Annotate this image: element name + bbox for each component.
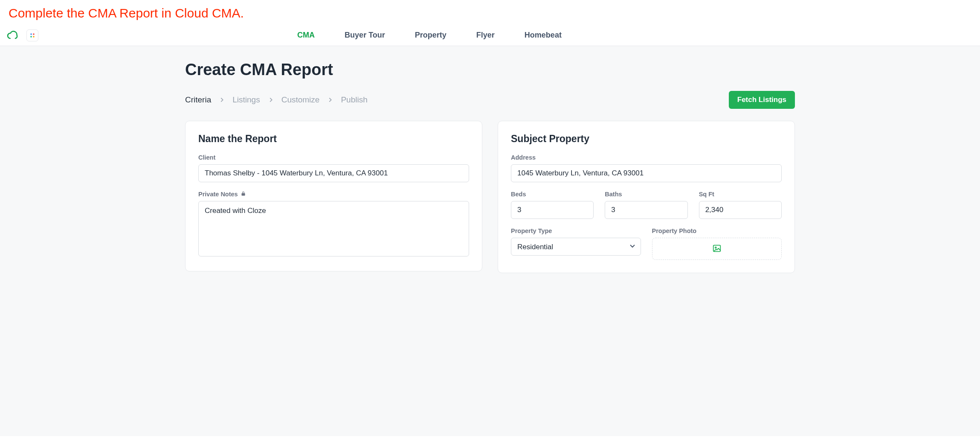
page-body: Create CMA Report Criteria Listings Cust… <box>0 46 980 436</box>
svg-point-5 <box>715 247 716 248</box>
client-label: Client <box>198 154 469 161</box>
cloud-logo[interactable] <box>6 29 19 42</box>
client-input[interactable] <box>198 164 469 182</box>
nav-item-cma[interactable]: CMA <box>297 28 315 42</box>
step-criteria[interactable]: Criteria <box>185 95 211 105</box>
nav-item-flyer[interactable]: Flyer <box>476 28 495 42</box>
sqft-label: Sq Ft <box>699 191 782 198</box>
chevron-right-icon <box>268 97 274 103</box>
property-type-label: Property Type <box>511 227 641 234</box>
baths-input[interactable] <box>605 201 687 219</box>
topbar: CMA Buyer Tour Property Flyer Homebeat <box>0 25 980 46</box>
step-customize[interactable]: Customize <box>281 95 320 105</box>
svg-point-2 <box>30 36 32 38</box>
chevron-right-icon <box>327 97 333 103</box>
page-title: Create CMA Report <box>185 61 795 79</box>
breadcrumb: Criteria Listings Customize Publish <box>185 95 368 105</box>
property-photo-label: Property Photo <box>652 227 782 234</box>
sqft-input[interactable] <box>699 201 782 219</box>
address-input[interactable] <box>511 164 782 182</box>
private-notes-label-text: Private Notes <box>198 191 238 198</box>
card-title-name: Name the Report <box>198 133 469 145</box>
card-title-subject: Subject Property <box>511 133 782 145</box>
image-icon <box>712 244 722 255</box>
property-type-select[interactable]: Residential <box>511 238 641 256</box>
instruction-banner: Complete the CMA Report in Cloud CMA. <box>0 0 980 25</box>
private-notes-label: Private Notes <box>198 191 469 198</box>
fetch-listings-button[interactable]: Fetch Listings <box>729 91 795 109</box>
chevron-right-icon <box>219 97 225 103</box>
private-notes-textarea[interactable] <box>198 201 469 256</box>
svg-point-0 <box>30 33 32 35</box>
name-report-card: Name the Report Client Private Notes <box>185 121 482 271</box>
nav-item-property[interactable]: Property <box>415 28 447 42</box>
subject-property-card: Subject Property Address Beds Baths Sq F… <box>498 121 795 273</box>
svg-point-3 <box>33 36 35 38</box>
svg-point-1 <box>33 33 35 35</box>
nav-item-homebeat[interactable]: Homebeat <box>525 28 562 42</box>
property-photo-dropzone[interactable] <box>652 238 782 260</box>
top-nav: CMA Buyer Tour Property Flyer Homebeat <box>38 28 821 42</box>
beds-input[interactable] <box>511 201 594 219</box>
step-publish[interactable]: Publish <box>341 95 367 105</box>
address-label: Address <box>511 154 782 161</box>
step-listings[interactable]: Listings <box>232 95 260 105</box>
apps-button[interactable] <box>26 29 38 41</box>
nav-item-buyer-tour[interactable]: Buyer Tour <box>345 28 385 42</box>
beds-label: Beds <box>511 191 594 198</box>
baths-label: Baths <box>605 191 687 198</box>
lock-icon <box>241 191 246 198</box>
